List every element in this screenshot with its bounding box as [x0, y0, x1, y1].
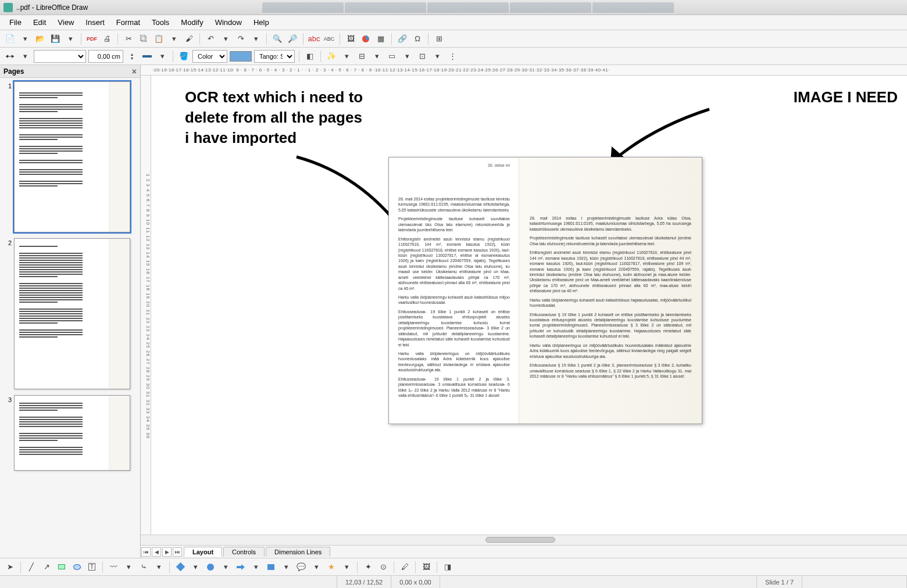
extras-button[interactable]: ⋮ [446, 50, 459, 63]
export-pdf-button[interactable]: PDF [85, 33, 98, 45]
tab-nav-first[interactable]: ⏮ [141, 547, 151, 557]
fontwork-tool[interactable]: 🖊 [398, 561, 411, 573]
menu-window[interactable]: Window [209, 18, 248, 27]
symbol-shapes-dropdown[interactable]: ▾ [219, 561, 232, 573]
tab-controls[interactable]: Controls [223, 547, 265, 557]
page-thumbnail-1[interactable]: 1 [3, 81, 137, 232]
background-tab[interactable] [592, 2, 674, 13]
curve-tool[interactable]: 〰 [107, 561, 120, 573]
menu-edit[interactable]: Edit [27, 18, 52, 27]
paste-button[interactable]: 📋 [152, 33, 165, 45]
drawing-canvas[interactable]: OCR text which i need to delete from all… [151, 76, 907, 535]
background-tab[interactable] [427, 2, 509, 13]
points-tool[interactable]: ✦ [362, 561, 374, 573]
block-arrows-tool[interactable] [234, 561, 247, 573]
spellcheck-button[interactable]: abc [308, 33, 320, 45]
connector-dropdown[interactable]: ▾ [152, 561, 165, 573]
tab-dimension[interactable]: Dimension Lines [266, 547, 330, 557]
tab-nav-prev[interactable]: ◀ [152, 547, 161, 557]
line-width-spinner[interactable]: ▲▼ [126, 50, 138, 63]
line-color-button[interactable] [141, 50, 153, 63]
fill-type-select[interactable]: Color [192, 50, 227, 63]
save-dropdown[interactable]: ▾ [64, 33, 77, 45]
save-button[interactable]: 💾 [49, 33, 62, 45]
close-icon[interactable]: × [132, 67, 137, 76]
flowchart-dropdown[interactable]: ▾ [280, 561, 292, 573]
menu-view[interactable]: View [52, 18, 80, 27]
new-dropdown[interactable]: ▾ [19, 33, 31, 45]
align-button[interactable]: ⊟ [355, 50, 368, 63]
paste-dropdown[interactable]: ▾ [167, 33, 180, 45]
text-tool[interactable]: T [85, 561, 98, 573]
scrollbar-thumb[interactable] [485, 537, 555, 543]
symbol-shapes-tool[interactable] [204, 561, 217, 573]
arrow-tool[interactable]: ↗ [40, 561, 53, 573]
menu-insert[interactable]: Insert [80, 18, 110, 27]
effects-dropdown[interactable]: ▾ [340, 50, 353, 63]
distribute-button[interactable]: ⊡ [416, 50, 428, 63]
undo-dropdown[interactable]: ▾ [219, 33, 232, 45]
block-arrows-dropdown[interactable]: ▾ [249, 561, 262, 573]
redo-dropdown[interactable]: ▾ [249, 33, 262, 45]
connector-tool[interactable]: ⤷ [137, 561, 150, 573]
horizontal-scrollbar[interactable] [141, 535, 907, 545]
shadow-button[interactable]: ◧ [303, 50, 316, 63]
basic-shapes-dropdown[interactable]: ▾ [189, 561, 202, 573]
fill-bucket-button[interactable]: 🪣 [177, 50, 190, 63]
cut-button[interactable]: ✂ [122, 33, 135, 45]
curve-dropdown[interactable]: ▾ [122, 561, 135, 573]
image-button[interactable]: 🖼 [344, 33, 357, 45]
print-button[interactable]: 🖨 [101, 33, 113, 45]
background-tab[interactable] [345, 2, 426, 13]
select-tool[interactable]: ➤ [3, 561, 16, 573]
tab-layout[interactable]: Layout [184, 547, 222, 557]
effects-button[interactable]: ✨ [325, 50, 338, 63]
fill-preset-select[interactable]: Tango: Sk [254, 50, 295, 63]
callout-dropdown[interactable]: ▾ [310, 561, 323, 573]
find-button[interactable]: 🔍 [271, 33, 284, 45]
page-thumbnail-2[interactable]: 2 [3, 238, 137, 389]
background-tab[interactable] [510, 2, 591, 13]
ellipse-tool[interactable] [70, 561, 83, 573]
line-color-dropdown[interactable]: ▾ [156, 50, 169, 63]
vertical-ruler[interactable]: 1 2 3 4 5 6 7 8 9 10 11 12 13 14 15 16 1… [141, 76, 151, 535]
arrange-dropdown[interactable]: ▾ [401, 50, 413, 63]
menu-help[interactable]: Help [248, 18, 275, 27]
callout-tool[interactable]: 💬 [295, 561, 308, 573]
zoom-button[interactable]: 🔎 [286, 33, 299, 45]
background-tab[interactable] [262, 2, 344, 13]
undo-button[interactable]: ↶ [204, 33, 217, 45]
menu-modify[interactable]: Modify [175, 18, 209, 27]
line-width-input[interactable] [88, 50, 123, 63]
redo-button[interactable]: ↷ [234, 33, 247, 45]
hyperlink-button[interactable]: 🔗 [396, 33, 409, 45]
distribute-dropdown[interactable]: ▾ [431, 50, 444, 63]
extrusion-tool[interactable]: ◨ [441, 561, 454, 573]
open-button[interactable]: 📂 [34, 33, 47, 45]
new-button[interactable]: 📄 [3, 33, 16, 45]
stars-tool[interactable]: ★ [325, 561, 338, 573]
align-dropdown[interactable]: ▾ [370, 50, 383, 63]
menu-format[interactable]: Format [110, 18, 146, 27]
special-char-button[interactable]: Ω [411, 33, 424, 45]
menu-file[interactable]: File [3, 18, 27, 27]
arrow-style-button[interactable] [3, 50, 16, 63]
copy-button[interactable]: ⿻ [137, 33, 150, 45]
document-page[interactable]: 28. mail 2014 esitas I projekteerimistin… [388, 157, 702, 424]
fill-color-swatch[interactable] [230, 51, 252, 62]
from-file-tool[interactable]: 🖼 [420, 561, 433, 573]
page-thumbnails[interactable]: 1 2 [0, 78, 140, 558]
stars-dropdown[interactable]: ▾ [340, 561, 353, 573]
rectangle-tool[interactable] [55, 561, 68, 573]
autospell-button[interactable]: ABC [323, 33, 335, 45]
glue-tool[interactable]: ⊙ [377, 561, 390, 573]
basic-shapes-tool[interactable] [174, 561, 187, 573]
page-thumbnail-3[interactable]: 3 [3, 395, 137, 471]
menu-tools[interactable]: Tools [146, 18, 175, 27]
table-button[interactable]: ▦ [374, 33, 387, 45]
arrow-style-dropdown[interactable]: ▾ [19, 50, 31, 63]
line-style-select[interactable] [34, 50, 86, 63]
tab-nav-last[interactable]: ⏭ [173, 547, 182, 557]
tab-nav-next[interactable]: ▶ [162, 547, 172, 557]
chart-button[interactable] [359, 33, 372, 45]
